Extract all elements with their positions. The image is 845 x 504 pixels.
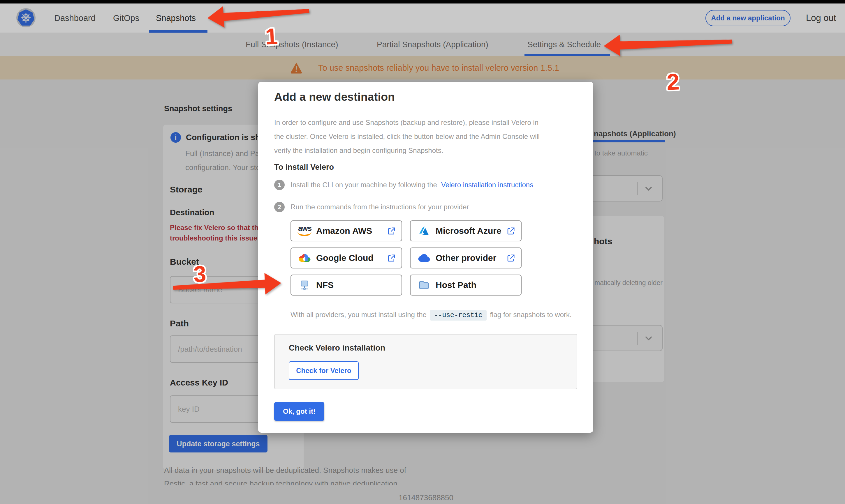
provider-button-aws[interactable]: aws Amazon AWS [291,220,402,241]
cloud-icon [417,252,431,264]
ok-got-it-button[interactable]: Ok, got it! [274,402,324,421]
velero-instructions-link[interactable]: Velero installation instructions [441,181,533,189]
provider-grid: aws Amazon AWS Microsoft Azure [291,220,522,295]
provider-button-other[interactable]: Other provider [410,248,522,268]
external-link-icon [387,227,396,236]
folder-icon [417,278,431,291]
modal-intro-text: In order to configure and use Snapshots … [274,115,545,158]
check-for-velero-button[interactable]: Check for Velero [289,361,359,380]
step-number-badge: 1 [274,180,285,190]
provider-button-gcp[interactable]: Google Cloud [291,248,402,268]
modal-title: Add a new destination [274,91,395,103]
install-velero-heading: To install Velero [274,163,334,172]
provider-button-hostpath[interactable]: Host Path [410,274,522,295]
install-step-2: 2Run the commands from the instructions … [274,202,469,212]
provider-button-azure[interactable]: Microsoft Azure [410,220,522,241]
add-destination-modal: Add a new destination In order to config… [258,82,593,433]
annotation-number-1: 1 [265,23,278,50]
external-link-icon [506,254,515,263]
provider-button-nfs[interactable]: NFS [291,274,402,295]
annotation-number-2: 2 [666,68,680,95]
azure-logo-icon [417,224,431,237]
external-link-icon [387,254,396,263]
google-cloud-logo-icon [298,252,312,264]
restic-note: With all providers, you must install usi… [291,311,572,319]
install-step-1: 1Install the CLI on your machine by foll… [274,180,533,190]
external-link-icon [506,227,515,236]
annotation-number-3: 3 [193,260,207,287]
check-velero-box: Check Velero installation Check for Vele… [274,334,577,389]
aws-logo-icon: aws [298,224,312,237]
annotation-arrow-2 [603,31,732,57]
use-restic-flag: --use-restic [430,310,487,321]
nfs-network-icon [298,278,312,291]
check-velero-title: Check Velero installation [289,343,385,353]
step-number-badge: 2 [274,202,285,212]
